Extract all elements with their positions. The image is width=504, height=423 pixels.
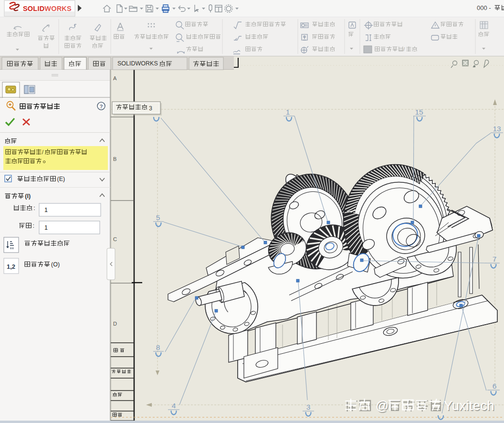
svg-text:C: C [113,236,117,242]
svg-text:(I): (I) [25,193,31,200]
svg-text:13: 13 [493,125,501,133]
svg-text:1,2: 1,2 [7,263,15,270]
svg-text:SOLIDWORKS: SOLIDWORKS [23,5,72,12]
svg-text:A: A [113,75,117,81]
svg-text:B: B [113,156,116,162]
svg-text:3: 3 [306,403,311,411]
svg-text:(O): (O) [51,261,60,268]
svg-text:1: 1 [44,207,48,213]
svg-text:4: 4 [172,402,176,410]
svg-text:@: @ [376,399,388,413]
svg-text:000 -: 000 - [477,4,491,11]
svg-text:3: 3 [149,105,152,112]
svg-text:5: 5 [156,213,160,222]
svg-text:6: 6 [493,382,497,390]
svg-text:Yuxitech: Yuxitech [444,399,494,413]
svg-text:(E): (E) [57,176,65,182]
svg-text:D: D [113,321,117,327]
svg-text:7: 7 [493,255,497,263]
svg-text::: : [33,205,35,212]
svg-text::: : [33,222,34,229]
svg-text:SOLIDWORKS: SOLIDWORKS [117,60,158,67]
svg-text:15: 15 [415,108,423,116]
svg-text:1: 1 [286,108,290,116]
svg-text:1: 1 [44,224,48,231]
svg-text:?: ? [100,104,103,109]
svg-text:8: 8 [156,343,160,351]
